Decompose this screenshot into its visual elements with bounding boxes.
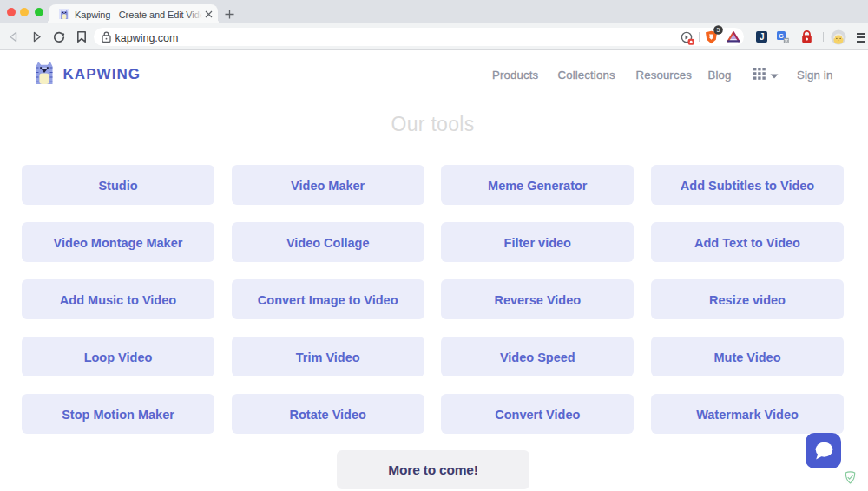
svg-text:5: 5 <box>716 27 720 33</box>
svg-text:G: G <box>779 32 784 40</box>
svg-text:J: J <box>760 32 765 42</box>
